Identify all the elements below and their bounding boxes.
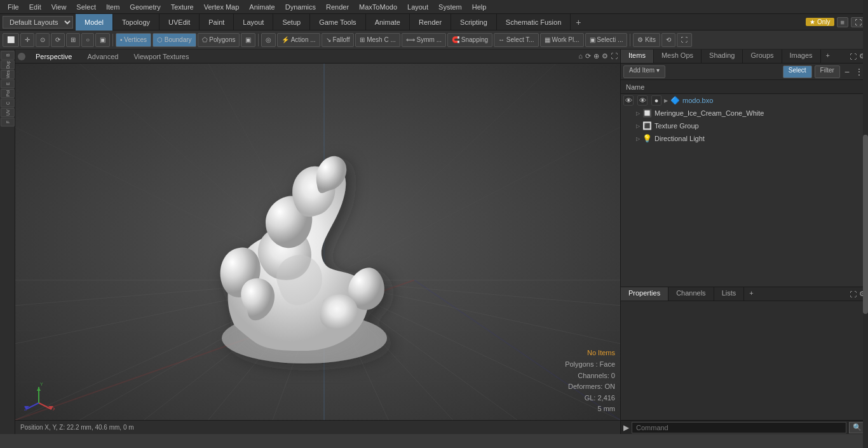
item-row-directional-light[interactable]: ▷ 💡 Directional Light [621,132,868,145]
menu-help[interactable]: Help [467,2,492,12]
expand-arrow-modo[interactable]: ▶ [664,98,668,104]
circle-btn[interactable]: ◎ [261,33,276,47]
selection-btn[interactable]: ▣ Selecti ... [585,33,628,47]
expand-arrow-texture[interactable]: ▷ [636,123,640,129]
viewport-canvas[interactable]: X Z Y No Items Polygons : Face Channels:… [15,64,620,420]
sidebar-btn-f[interactable]: F [1,118,15,126]
menu-view[interactable]: View [46,2,72,12]
menu-item[interactable]: Item [101,2,125,12]
tab-render[interactable]: Render [410,14,451,31]
viewport-icon-reset[interactable]: ⟳ [585,52,591,60]
layout-icon-btn-1[interactable]: ≡ [837,17,848,27]
viewport-tab-advanced[interactable]: Advanced [82,51,123,62]
select-transform-btn[interactable]: ↔ Select T... [494,33,539,47]
menu-maxtomodo[interactable]: MaxToModo [354,2,402,12]
symmetry-btn[interactable]: ⟺ Symm ... [402,33,446,47]
expand-arrow-meringue[interactable]: ▷ [636,111,640,116]
eye-icon-modo-2[interactable]: 👁 [637,95,648,105]
falloff-btn[interactable]: ↘ Falloff [322,33,355,47]
mode-scale-btn[interactable]: ⊞ [66,33,80,47]
sidebar-btn-pol[interactable]: Pol [1,89,15,98]
tab-schematic-fusion[interactable]: Schematic Fusion [497,14,571,31]
tab-lists[interactable]: Lists [714,287,745,301]
eye-icon-modo[interactable]: 👁 [623,95,634,105]
sidebar-btn-mes[interactable]: Mes [1,70,15,79]
undo-view-btn[interactable]: ⟲ [661,33,675,47]
tab-setup[interactable]: Setup [273,14,310,31]
right-tab-add[interactable]: + [821,50,835,63]
menu-file[interactable]: File [3,2,24,12]
tab-mesh-ops[interactable]: Mesh Ops [654,50,702,63]
tab-scripting[interactable]: Scripting [451,14,497,31]
star-only-badge[interactable]: ★ Only [806,18,834,26]
item-row-texture-group[interactable]: ▷ 🔳 Texture Group [621,119,868,132]
sidebar-btn-c[interactable]: C [1,98,15,107]
tab-groups[interactable]: Groups [743,50,782,63]
tab-images[interactable]: Images [782,50,821,63]
poly-shape-btn[interactable]: ▣ [241,33,255,47]
viewport-icon-expand[interactable]: ⛶ [611,52,618,60]
viewport-icon-gear[interactable]: ⚙ [602,52,608,60]
tab-animate[interactable]: Animate [366,14,410,31]
sidebar-btn-uv[interactable]: UV [1,108,15,117]
viewport-tab-perspective[interactable]: Perspective [31,51,77,62]
layout-dropdown[interactable]: Default Layouts [3,16,73,29]
props-tab-add[interactable]: + [744,287,758,301]
sidebar-btn-b[interactable]: B [1,51,15,60]
viewport-icon-search[interactable]: ⊕ [593,52,599,60]
menu-geometry[interactable]: Geometry [125,2,165,12]
mode-select-btn[interactable]: ⬜ [3,33,19,47]
fullscreen-btn[interactable]: ⛶ [677,33,692,47]
work-plane-btn[interactable]: ▦ Work Pl... [540,33,584,47]
tab-paint[interactable]: Paint [200,14,234,31]
mode-rotate-btn[interactable]: ○ [81,33,94,47]
item-row-meringue[interactable]: ▷ 🔲 Meringue_Ice_Cream_Cone_White [621,107,868,119]
mode-transform-btn[interactable]: ✛ [20,33,34,47]
mode-move-btn[interactable]: ⟳ [51,33,65,47]
tab-uvedit[interactable]: UVEdit [159,14,200,31]
layout-add-tab[interactable]: + [571,15,586,29]
mode-brush-btn[interactable]: ⊙ [36,33,50,47]
menu-edit[interactable]: Edit [24,2,46,12]
tab-game-tools[interactable]: Game Tools [310,14,366,31]
tab-items[interactable]: Items [621,50,654,63]
tab-layout[interactable]: Layout [234,14,273,31]
items-icon-minus[interactable]: − [843,67,851,77]
action-btn[interactable]: ⚡ Action ... [277,33,320,47]
status-polygons: Polygons : Face [565,359,615,370]
sidebar-btn-e[interactable]: E [1,79,15,88]
viewport-tab-textures[interactable]: Viewport Textures [128,51,194,62]
boundary-btn[interactable]: ⬡ Boundary [153,33,196,47]
tab-shading[interactable]: Shading [702,50,743,63]
kits-btn[interactable]: ⚙ Kits [633,33,660,47]
command-input[interactable] [632,422,846,433]
add-item-btn[interactable]: Add Item ▾ [623,65,665,78]
viewport-menu-dot[interactable] [18,53,25,60]
menu-vertex-map[interactable]: Vertex Map [199,2,245,12]
expand-arrow-light[interactable]: ▷ [636,136,640,142]
polygons-btn[interactable]: ⬠ Polygons [198,33,240,47]
vertices-btn[interactable]: ▪ Vertices [116,33,151,47]
mode-extra-btn[interactable]: ▣ [95,33,110,47]
mesh-constraint-btn[interactable]: ⊞ Mesh C ... [355,33,400,47]
select-btn[interactable]: Select [783,65,812,78]
props-expand-icon[interactable]: ⛶ [850,290,857,298]
menu-system[interactable]: System [433,2,467,12]
tab-channels[interactable]: Channels [668,287,714,301]
snapping-btn[interactable]: 🧲 Snapping [447,33,492,47]
tab-properties[interactable]: Properties [621,287,668,301]
tab-topology[interactable]: Topology [113,14,159,31]
menu-select[interactable]: Select [71,2,101,12]
sidebar-btn-dup[interactable]: Dup [1,60,15,69]
filter-btn[interactable]: Filter [815,65,840,78]
menu-animate[interactable]: Animate [244,2,280,12]
menu-layout[interactable]: Layout [402,2,433,12]
right-expand-icon[interactable]: ⛶ [850,53,857,60]
eye-icon-modo-3[interactable]: ● [651,95,661,105]
tab-model[interactable]: Model [76,14,113,31]
menu-dynamics[interactable]: Dynamics [280,2,321,12]
item-row-modo-bxo[interactable]: 👁 👁 ● ▶ 🔷 modo.bxo [621,94,868,107]
menu-render[interactable]: Render [321,2,354,12]
menu-texture[interactable]: Texture [166,2,199,12]
viewport-icon-home[interactable]: ⌂ [578,52,583,60]
